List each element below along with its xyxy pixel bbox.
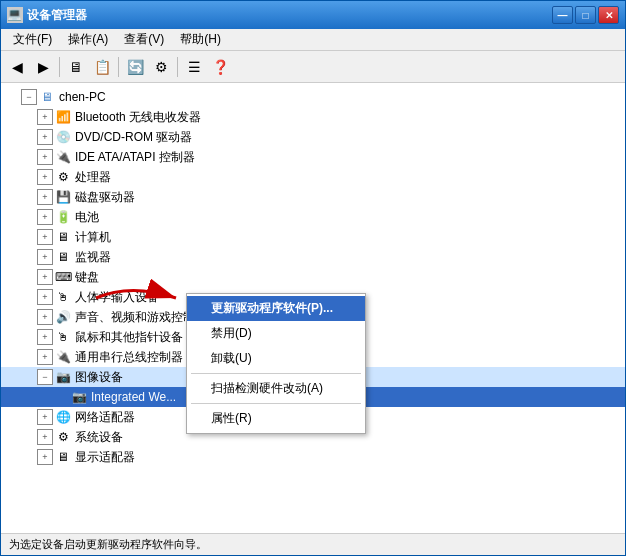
status-bar: 为选定设备启动更新驱动程序软件向导。	[1, 533, 625, 555]
dvd-expand[interactable]	[37, 129, 53, 145]
menu-bar: 文件(F) 操作(A) 查看(V) 帮助(H)	[1, 29, 625, 51]
system-expand[interactable]	[37, 429, 53, 445]
keyboard-label: 键盘	[75, 269, 99, 286]
human-label: 人体学输入设备	[75, 289, 159, 306]
tree-display[interactable]: 🖥 显示适配器	[1, 447, 625, 467]
menu-view[interactable]: 查看(V)	[116, 29, 172, 50]
title-bar: 💻 设备管理器 — □ ✕	[1, 1, 625, 29]
disk-expand[interactable]	[37, 189, 53, 205]
disk-label: 磁盘驱动器	[75, 189, 135, 206]
tree-cpu[interactable]: ⚙ 处理器	[1, 167, 625, 187]
tree-keyboard[interactable]: ⌨ 键盘	[1, 267, 625, 287]
toolbar-troubleshoot[interactable]: ⚙	[149, 55, 173, 79]
ctx-disable[interactable]: 禁用(D)	[187, 321, 365, 346]
mouse-expand[interactable]	[37, 329, 53, 345]
bluetooth-label: Bluetooth 无线电收发器	[75, 109, 201, 126]
minimize-button[interactable]: —	[552, 6, 573, 24]
image-label: 图像设备	[75, 369, 123, 386]
dvd-icon: 💿	[55, 129, 71, 145]
toolbar-view[interactable]: ☰	[182, 55, 206, 79]
display-icon: 🖥	[55, 449, 71, 465]
network-expand[interactable]	[37, 409, 53, 425]
system-icon: ⚙	[55, 429, 71, 445]
keyboard-expand[interactable]	[37, 269, 53, 285]
mouse-icon: 🖱	[55, 329, 71, 345]
mouse-label: 鼠标和其他指针设备	[75, 329, 183, 346]
toolbar-properties[interactable]: 📋	[90, 55, 114, 79]
menu-file[interactable]: 文件(F)	[5, 29, 60, 50]
toolbar-refresh[interactable]: 🔄	[123, 55, 147, 79]
ctx-sep1	[191, 373, 361, 374]
battery-icon: 🔋	[55, 209, 71, 225]
window-icon: 💻	[7, 7, 23, 23]
tree-computer[interactable]: 🖥 计算机	[1, 227, 625, 247]
human-expand[interactable]	[37, 289, 53, 305]
title-bar-buttons: — □ ✕	[552, 6, 619, 24]
tree-bluetooth[interactable]: 📶 Bluetooth 无线电收发器	[1, 107, 625, 127]
root-expand[interactable]	[21, 89, 37, 105]
keyboard-icon: ⌨	[55, 269, 71, 285]
image-icon: 📷	[55, 369, 71, 385]
tree-disk[interactable]: 💾 磁盘驱动器	[1, 187, 625, 207]
ctx-scan[interactable]: 扫描检测硬件改动(A)	[187, 376, 365, 401]
ctx-properties[interactable]: 属性(R)	[187, 406, 365, 431]
content-area: 🖥 chen-PC 📶 Bluetooth 无线电收发器 💿 DVD/CD-RO…	[1, 83, 625, 533]
monitor-expand[interactable]	[37, 249, 53, 265]
window-title: 设备管理器	[27, 7, 552, 24]
toolbar-sep1	[59, 57, 60, 77]
dvd-label: DVD/CD-ROM 驱动器	[75, 129, 192, 146]
toolbar-back[interactable]: ◀	[5, 55, 29, 79]
tree-dvd[interactable]: 💿 DVD/CD-ROM 驱动器	[1, 127, 625, 147]
ctx-sep2	[191, 403, 361, 404]
monitor-icon: 🖥	[55, 249, 71, 265]
ctx-uninstall[interactable]: 卸载(U)	[187, 346, 365, 371]
tree-battery[interactable]: 🔋 电池	[1, 207, 625, 227]
menu-help[interactable]: 帮助(H)	[172, 29, 229, 50]
toolbar-forward[interactable]: ▶	[31, 55, 55, 79]
root-label: chen-PC	[59, 90, 106, 104]
battery-expand[interactable]	[37, 209, 53, 225]
menu-action[interactable]: 操作(A)	[60, 29, 116, 50]
cpu-icon: ⚙	[55, 169, 71, 185]
root-icon: 🖥	[39, 89, 55, 105]
status-text: 为选定设备启动更新驱动程序软件向导。	[9, 537, 207, 552]
system-label: 系统设备	[75, 429, 123, 446]
display-expand[interactable]	[37, 449, 53, 465]
ide-expand[interactable]	[37, 149, 53, 165]
bluetooth-icon: 📶	[55, 109, 71, 125]
maximize-button[interactable]: □	[575, 6, 596, 24]
integrated-label: Integrated We...	[91, 390, 176, 404]
bluetooth-expand[interactable]	[37, 109, 53, 125]
cpu-expand[interactable]	[37, 169, 53, 185]
integrated-icon: 📷	[71, 389, 87, 405]
toolbar-sep3	[177, 57, 178, 77]
context-menu: 更新驱动程序软件(P)... 禁用(D) 卸载(U) 扫描检测硬件改动(A) 属…	[186, 293, 366, 434]
disk-icon: 💾	[55, 189, 71, 205]
computer-icon: 🖥	[55, 229, 71, 245]
computer-expand[interactable]	[37, 229, 53, 245]
toolbar-sep2	[118, 57, 119, 77]
human-icon: 🖱	[55, 289, 71, 305]
computer-label: 计算机	[75, 229, 111, 246]
toolbar-help[interactable]: ❓	[208, 55, 232, 79]
sound-expand[interactable]	[37, 309, 53, 325]
display-label: 显示适配器	[75, 449, 135, 466]
device-manager-window: 💻 设备管理器 — □ ✕ 文件(F) 操作(A) 查看(V) 帮助(H) ◀ …	[0, 0, 626, 556]
tree-monitor[interactable]: 🖥 监视器	[1, 247, 625, 267]
usb-expand[interactable]	[37, 349, 53, 365]
monitor-label: 监视器	[75, 249, 111, 266]
image-expand[interactable]	[37, 369, 53, 385]
toolbar: ◀ ▶ 🖥 📋 🔄 ⚙ ☰ ❓	[1, 51, 625, 83]
network-icon: 🌐	[55, 409, 71, 425]
toolbar-computer[interactable]: 🖥	[64, 55, 88, 79]
cpu-label: 处理器	[75, 169, 111, 186]
tree-root[interactable]: 🖥 chen-PC	[1, 87, 625, 107]
tree-ide[interactable]: 🔌 IDE ATA/ATAPI 控制器	[1, 147, 625, 167]
ctx-update-driver[interactable]: 更新驱动程序软件(P)...	[187, 296, 365, 321]
integrated-expand	[53, 389, 69, 405]
usb-label: 通用串行总线控制器	[75, 349, 183, 366]
close-button[interactable]: ✕	[598, 6, 619, 24]
network-label: 网络适配器	[75, 409, 135, 426]
ide-icon: 🔌	[55, 149, 71, 165]
sound-icon: 🔊	[55, 309, 71, 325]
